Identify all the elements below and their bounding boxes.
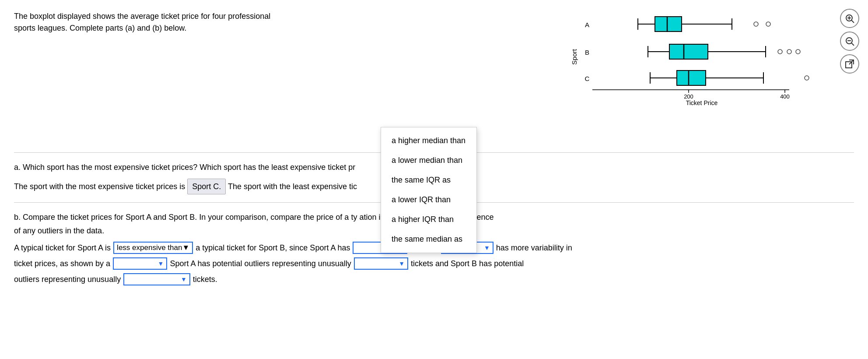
svg-text:400: 400 bbox=[780, 93, 790, 100]
dropdown-unusually-2[interactable]: ▼ bbox=[123, 273, 190, 285]
menu-item-same-median[interactable]: the same median as bbox=[381, 229, 476, 249]
svg-text:Sport: Sport bbox=[570, 49, 578, 65]
svg-point-26 bbox=[796, 49, 800, 54]
sentence3-prefix: outliers representing unusually bbox=[14, 275, 121, 284]
svg-rect-19 bbox=[669, 44, 708, 59]
svg-line-35 bbox=[852, 21, 854, 23]
intro-text: The boxplot displayed shows the average … bbox=[14, 11, 285, 34]
sentence3-suffix: tickets. bbox=[193, 275, 217, 284]
dropdown-shown-by[interactable]: ▼ bbox=[113, 257, 167, 270]
sentence2-suffix: tickets and Sport B has potential bbox=[411, 259, 524, 268]
svg-point-33 bbox=[805, 76, 809, 80]
sentence2-prefix: ticket prices, as shown by a bbox=[14, 259, 110, 268]
sentence1-middle: a typical ticket for Sport B, since Spor… bbox=[196, 243, 350, 253]
menu-item-lower-iqr[interactable]: a lower IQR than bbox=[381, 190, 476, 210]
sentence2-middle: Sport A has potential outliers represent… bbox=[170, 259, 351, 268]
menu-item-higher-median[interactable]: a higher median than bbox=[381, 131, 476, 151]
dropdown-typical-ticket[interactable]: less expensive than ▼ bbox=[113, 242, 193, 254]
dropdown-arrow-1: ▼ bbox=[182, 243, 189, 252]
dropdown-menu-popup: a higher median than a lower median than… bbox=[381, 127, 477, 253]
zoom-in-button[interactable] bbox=[840, 9, 859, 28]
external-link-button[interactable] bbox=[840, 54, 859, 74]
dropdown-arrow-5: ▼ bbox=[399, 260, 405, 267]
dropdown-arrow-4: ▼ bbox=[158, 260, 164, 267]
svg-text:B: B bbox=[585, 49, 589, 56]
svg-point-16 bbox=[754, 22, 758, 26]
svg-rect-28 bbox=[677, 70, 706, 85]
svg-text:Ticket Price: Ticket Price bbox=[686, 99, 718, 105]
menu-item-higher-iqr[interactable]: a higher IQR than bbox=[381, 210, 476, 229]
svg-text:200: 200 bbox=[684, 93, 693, 100]
sentence-3-row: outliers representing unusually ▼ ticket… bbox=[14, 273, 854, 285]
dropdown-arrow-3: ▼ bbox=[484, 244, 490, 251]
sentence1-suffix: has more variability in bbox=[496, 243, 572, 253]
most-expensive-answer: Sport C. bbox=[187, 179, 226, 195]
menu-item-lower-median[interactable]: a lower median than bbox=[381, 151, 476, 170]
svg-point-24 bbox=[778, 49, 782, 54]
zoom-controls bbox=[840, 9, 859, 74]
sentence1-prefix: A typical ticket for Sport A is bbox=[14, 243, 111, 253]
svg-point-25 bbox=[787, 49, 791, 54]
menu-item-same-iqr[interactable]: the same IQR as bbox=[381, 170, 476, 190]
svg-text:A: A bbox=[585, 21, 589, 28]
chart-area: Sport A B C 200 400 Ticket Price bbox=[570, 9, 833, 123]
dropdown-unusually-1[interactable]: ▼ bbox=[354, 257, 408, 270]
zoom-out-button[interactable] bbox=[840, 32, 859, 51]
sentence-2-row: ticket prices, as shown by a ▼ Sport A h… bbox=[14, 257, 854, 270]
svg-rect-11 bbox=[655, 17, 682, 32]
dropdown-arrow-6: ▼ bbox=[181, 276, 187, 283]
boxplot-chart: Sport A B C 200 400 Ticket Price bbox=[570, 9, 816, 105]
svg-text:C: C bbox=[585, 75, 590, 82]
svg-line-39 bbox=[852, 43, 854, 46]
svg-point-17 bbox=[766, 22, 770, 26]
